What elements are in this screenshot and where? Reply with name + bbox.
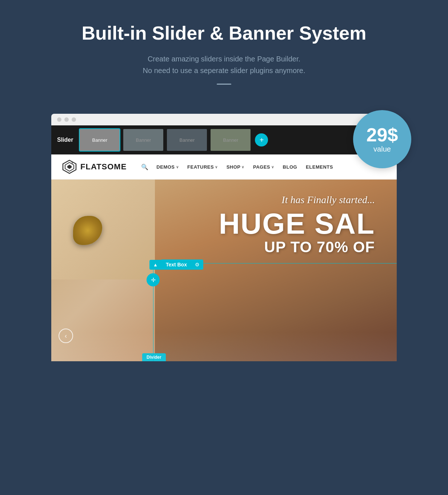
page-wrapper: Built-in Slider & Banner System Create a…: [31, 22, 417, 361]
svg-text:3: 3: [71, 161, 73, 165]
svg-marker-2: [67, 165, 72, 169]
site-header: 3 FLATSOME 🔍 DEMOS ∨ FEATURES ∨ SHOP ∨: [51, 154, 397, 180]
slider-tab-1[interactable]: Banner: [79, 128, 120, 152]
value-badge: 29$ value: [353, 110, 411, 168]
subtitle: Create amazing sliders inside the Page B…: [31, 53, 417, 76]
tooltip-collapse-button[interactable]: ▲: [149, 260, 161, 270]
move-icon: ✛: [151, 277, 156, 283]
chevron-icon-demos: ∨: [176, 165, 179, 169]
slider-headline: HUGE SAL: [219, 209, 375, 238]
browser-dot-3: [72, 117, 76, 122]
logo-area: 3 FLATSOME: [62, 160, 127, 174]
logo-icon: 3: [62, 160, 77, 174]
slider-italic-text: It has Finally started...: [219, 194, 375, 206]
chevron-icon-shop: ∨: [241, 165, 244, 169]
badge-price: 29$: [367, 125, 398, 144]
tab-thumbnail-4: Banner: [211, 129, 251, 151]
browser-dot-2: [64, 117, 69, 122]
slider-image-area: ▲ Text Box ⚙ ✛ It has Finally started...…: [51, 180, 397, 361]
bottom-fade: [51, 332, 397, 361]
up-arrow-icon: ▲: [153, 262, 158, 267]
nav-item-blog[interactable]: BLOG: [279, 162, 301, 172]
section-divider: [217, 84, 231, 85]
chevron-icon-features: ∨: [215, 165, 218, 169]
text-box-tooltip: ▲ Text Box ⚙: [149, 259, 203, 270]
header-section: Built-in Slider & Banner System Create a…: [31, 22, 417, 99]
nav-item-elements[interactable]: ELEMENTS: [302, 162, 337, 172]
slider-tab-4[interactable]: Banner: [210, 128, 251, 152]
slider-text-overlay: It has Finally started... HUGE SAL UP TO…: [219, 194, 375, 256]
slider-label: Slider: [57, 137, 73, 143]
logo-text: FLATSOME: [80, 162, 127, 172]
text-box-label: Text Box: [161, 259, 191, 270]
browser-chrome: [51, 114, 397, 125]
gear-icon: ⚙: [195, 262, 200, 267]
nav-item-pages[interactable]: PAGES ∨: [249, 162, 278, 172]
nav-item-features[interactable]: FEATURES ∨: [184, 162, 221, 172]
site-nav: 🔍 DEMOS ∨ FEATURES ∨ SHOP ∨ PAGES ∨: [141, 162, 337, 172]
badge-value-label: value: [373, 145, 391, 153]
page-title: Built-in Slider & Banner System: [31, 22, 417, 44]
prev-arrow-icon: ‹: [65, 332, 67, 340]
nav-item-demos[interactable]: DEMOS ∨: [153, 162, 182, 172]
nav-item-shop[interactable]: SHOP ∨: [223, 162, 248, 172]
plus-icon: +: [260, 136, 264, 144]
slider-tab-2[interactable]: Banner: [123, 128, 164, 152]
chevron-icon-pages: ∨: [271, 165, 274, 169]
tab-thumbnail-1: Banner: [80, 129, 120, 151]
search-icon[interactable]: 🔍: [141, 164, 148, 170]
slider-subline: UP TO 70% OF: [219, 238, 375, 256]
tooltip-settings-button[interactable]: ⚙: [191, 259, 203, 270]
slider-tab-3[interactable]: Banner: [166, 128, 208, 152]
browser-dot-1: [57, 117, 61, 122]
tab-thumbnail-2: Banner: [123, 129, 163, 151]
tab-thumbnail-3: Banner: [167, 129, 207, 151]
browser-container: 29$ value Slider Banner Banner: [51, 114, 397, 361]
slider-tabs-bar: Slider Banner Banner Banner Banner: [51, 125, 397, 154]
add-tab-button[interactable]: +: [255, 133, 268, 146]
